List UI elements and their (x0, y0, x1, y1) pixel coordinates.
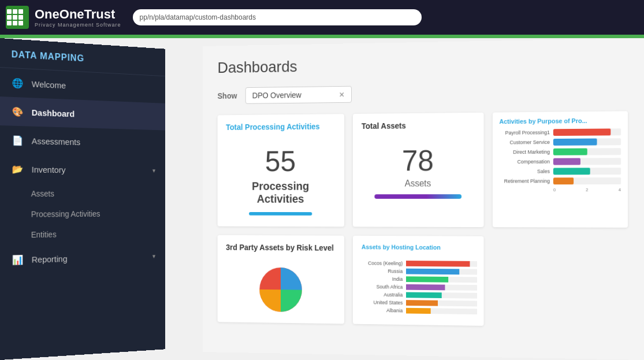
sidebar-label-assessments: Assessments (32, 136, 80, 147)
hosting-row: Albania (359, 307, 477, 314)
total-assets-title: Total Assets (353, 113, 484, 135)
bar-fill (553, 177, 574, 184)
bar-chart-rows: Payroll Processing1 Customer Service Dir… (500, 128, 621, 184)
bar-axis: 0 2 4 (500, 187, 621, 192)
sidebar-subitem-assets[interactable]: Assets (0, 183, 165, 204)
bar-fill (553, 139, 597, 146)
assets-bottom-bar (374, 194, 461, 199)
show-label: Show (218, 91, 237, 101)
bar-label: Customer Service (500, 139, 550, 145)
hosting-label: South Africa (359, 284, 403, 290)
bar-row: Compensation (500, 158, 621, 165)
bar-container (553, 158, 621, 165)
third-party-card: 3rd Party Assets by Risk Level (218, 235, 344, 324)
activities-purpose-body: Activities by Purpose of Pro... Payroll … (493, 111, 628, 198)
hosting-bar-container (406, 300, 477, 306)
palette-icon: 🎨 (12, 105, 24, 118)
document-icon: 📄 (12, 134, 24, 147)
hosting-label: India (359, 276, 403, 282)
hosting-bar-container (406, 284, 477, 291)
brand-sub: Privacy Management Software (35, 22, 121, 28)
bar-container (553, 148, 621, 155)
hosting-bar-container (406, 269, 477, 275)
dashboard-grid: Total Processing Activities 55 Processin… (218, 111, 628, 328)
hosting-bar-fill (406, 276, 449, 282)
hosting-row: South Africa (359, 284, 477, 291)
logo: OneOneTrustOneTrust Privacy Management S… (6, 6, 121, 29)
hosting-bar-container (406, 308, 477, 314)
bar-container (553, 128, 621, 136)
bar-label: Sales (500, 169, 550, 175)
hosting-bar-fill (406, 269, 459, 275)
hosting-row: United States (359, 299, 477, 306)
sidebar-label-inventory: Inventory (32, 164, 66, 174)
sidebar-label-processing: Processing Activities (31, 209, 100, 218)
hosting-location-body: Cocos (Keeling) Russia India South Afric… (353, 255, 484, 322)
bar-row: Sales (500, 168, 621, 175)
show-row: Show DPO Overview ✕ (218, 82, 628, 104)
bar-fill (553, 149, 587, 155)
sidebar-label-entities: Entities (31, 230, 57, 239)
third-party-title: 3rd Party Assets by Risk Level (218, 235, 344, 257)
hosting-row: Russia (359, 268, 477, 274)
hosting-bar-fill (406, 261, 470, 267)
sidebar-subitem-processing-activities[interactable]: Processing Activities (0, 203, 165, 225)
hosting-bar-container (406, 261, 477, 267)
bar-fill (553, 158, 580, 165)
dashboard-select-value: DPO Overview (252, 91, 301, 100)
address-bar[interactable]: pp/n/pla/datamap/custom-dashboards (133, 9, 422, 25)
main-layout: DATA MAPPING 🌐 Welcome 🎨 Dashboard 📄 Ass… (0, 38, 644, 360)
sidebar-item-reporting[interactable]: 📊 Reporting ▾ (0, 243, 165, 274)
total-assets-card: Total Assets 78 Assets (353, 113, 484, 227)
chevron-down-icon-2: ▾ (152, 253, 155, 260)
hosting-row: Australia (359, 292, 477, 299)
url-text: pp/n/pla/datamap/custom-dashboards (140, 13, 256, 21)
brand-name: OneOneTrustOneTrust (35, 7, 121, 22)
total-assets-body: 78 Assets (353, 134, 484, 210)
bar-row: Retirement Planning (500, 177, 621, 184)
hosting-bar-container (406, 276, 477, 283)
bar-container (553, 177, 621, 184)
bar-row: Payroll Processing1 (500, 128, 621, 136)
hosting-bar-fill (406, 300, 438, 306)
bar-container (553, 168, 621, 175)
hosting-label: Cocos (Keeling) (359, 260, 403, 266)
bar-label: Compensation (500, 159, 550, 165)
activities-purpose-card: Activities by Purpose of Pro... Payroll … (493, 111, 628, 228)
sidebar-item-assessments[interactable]: 📄 Assessments (0, 125, 165, 157)
bar-label: Retirement Planning (500, 178, 550, 184)
total-assets-label: Assets (405, 179, 431, 189)
logo-grid (7, 9, 23, 25)
hosting-row: India (359, 276, 477, 283)
bar-label: Payroll Processing1 (500, 129, 550, 136)
dashboard-select[interactable]: DPO Overview ✕ (245, 86, 352, 104)
sidebar-item-inventory[interactable]: 📂 Inventory ▾ (0, 154, 165, 184)
sidebar: DATA MAPPING 🌐 Welcome 🎨 Dashboard 📄 Ass… (0, 38, 165, 360)
bar-fill (553, 128, 611, 136)
folder-icon: 📂 (12, 162, 24, 175)
logo-text: OneOneTrustOneTrust Privacy Management S… (35, 7, 121, 28)
chart-icon: 📊 (12, 253, 24, 266)
bar-container (553, 138, 621, 146)
content-area: Dashboards Show DPO Overview ✕ Total Pro… (203, 38, 644, 360)
processing-activities-label: Processing Activities (252, 180, 309, 205)
total-assets-number: 78 (402, 146, 434, 175)
sidebar-label-assets: Assets (31, 189, 54, 198)
hosting-bar-fill (406, 308, 431, 314)
hosting-label: Australia (359, 292, 403, 298)
hosting-label: United States (359, 299, 403, 306)
hosting-bar-fill (406, 284, 445, 290)
processing-activities-bar (249, 212, 312, 216)
third-party-body (218, 256, 344, 324)
close-icon[interactable]: ✕ (339, 90, 345, 99)
hosting-location-card: Assets by Hosting Location Cocos (Keelin… (353, 236, 484, 326)
hosting-label: Russia (359, 268, 403, 274)
hosting-location-title: Assets by Hosting Location (353, 236, 484, 255)
sidebar-label-reporting: Reporting (32, 254, 68, 264)
hosting-bar-container (406, 292, 477, 299)
activities-purpose-title: Activities by Purpose of Pro... (500, 117, 621, 125)
sidebar-subitem-entities[interactable]: Entities (0, 223, 165, 246)
hosting-bar-fill (406, 292, 441, 298)
chevron-down-icon: ▾ (152, 167, 155, 175)
logo-icon (6, 6, 29, 29)
